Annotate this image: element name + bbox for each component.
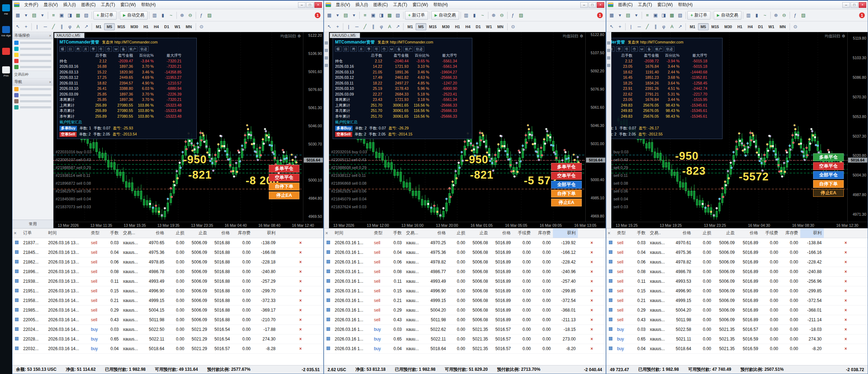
order-row[interactable]: 22028...2026.03.16 14...buy0.65xauus...5… [12,334,323,344]
new-order-button[interactable]: +新订单 [93,11,117,20]
symbol-row[interactable] [14,47,51,51]
order-row[interactable]: 2026.03.16 1...sell0.08xauu...4986.770.0… [324,267,606,276]
new-chart-icon[interactable]: ▦ [608,11,616,19]
trendline-icon[interactable]: ╱ [50,23,57,31]
timeframe-h4[interactable]: H4 [151,23,161,30]
overlay-tab[interactable]: 备 [646,46,652,52]
col-header[interactable]: 止损 [448,229,467,238]
chart-action-button[interactable]: 空单平仓 [813,162,844,170]
price-axis[interactable]: 5119.805103.305086.805070.305053.805037.… [847,32,868,222]
overlay-tab[interactable]: 日 [343,46,349,52]
order-row[interactable]: 2026.03.16 1...buy0.03xauu...5022.620.00… [324,324,606,334]
navigator-icon[interactable]: ◨ [66,11,74,19]
data-window-icon[interactable]: ▣ [369,11,377,19]
gear-icon[interactable]: ⚙ [580,34,583,39]
overlay-tab[interactable]: 巾 [106,46,112,52]
close-order-icon[interactable]: × [844,260,847,265]
vertical-line-icon[interactable]: | [345,23,353,31]
line-chart-icon[interactable]: ~ [167,11,175,19]
timeframe-mn[interactable]: MN [777,23,788,30]
menu-item[interactable]: 帮助(H) [139,1,158,9]
chart-action-button[interactable]: 空单平仓 [551,172,582,180]
menu-item[interactable]: 工具(T) [636,1,654,9]
overlay-tab[interactable]: 周 [350,46,357,52]
timeframe-mn[interactable]: MN [183,23,194,30]
close-icon[interactable]: × [49,80,51,84]
order-row[interactable]: buy0.65xauus...5021.110.005021.355016.59… [606,334,868,344]
close-order-icon[interactable]: × [844,327,847,332]
chart-action-button[interactable]: 自停下单 [269,183,299,190]
order-row[interactable]: 21837...2026.03.16 13...sell0.03xauus...… [12,238,323,247]
order-row[interactable]: sell0.11xauus...4993.530.005006.095016.8… [606,276,868,286]
close-order-icon[interactable]: × [299,288,302,293]
col-header[interactable]: 类型 [372,229,387,238]
line-chart-icon[interactable]: ~ [479,11,487,19]
order-row[interactable]: 21951...2026.03.16 13...sell0.15xauus...… [12,286,323,296]
terminal-panel-icon[interactable]: ▩ [74,11,82,19]
timeframe-m30[interactable]: M30 [128,23,140,30]
overlay-tab[interactable]: M [113,46,119,52]
order-row[interactable]: 22032...2026.03.16 14...buy0.04xauus...5… [12,344,323,353]
close-order-icon[interactable]: × [844,269,847,274]
overlay-tab[interactable]: 月 [358,46,365,52]
overlay-tab[interactable]: 巾 [381,46,387,52]
timeframe-h1[interactable]: H1 [452,23,462,30]
docked-panel-toggle[interactable] [325,49,328,52]
close-order-icon[interactable]: × [844,240,847,245]
timeframe-m15[interactable]: M15 [709,23,721,30]
docked-panel-toggle[interactable] [325,41,328,45]
trendline-icon[interactable]: ╱ [361,23,369,31]
col-header[interactable]: 止损 [166,229,186,238]
symbols-panel-label[interactable]: 交易品种 [12,71,53,78]
close-order-icon[interactable]: × [590,337,593,342]
docked-panel-toggle[interactable] [607,49,610,52]
order-row[interactable]: 2026.03.16 1...buy0.04xauu...5018.640.00… [324,344,606,353]
overlay-tab[interactable]: 周 [75,46,81,52]
col-header[interactable]: 时间 [333,229,372,238]
close-order-icon[interactable]: × [299,260,302,265]
col-header[interactable]: 价格 [670,229,693,238]
dropdown-icon[interactable]: ▾ [632,11,640,19]
overlay-tab[interactable]: 账户 [404,46,413,52]
col-header[interactable]: 库存费 [533,229,553,238]
order-row[interactable]: 2026.03.16 1...sell0.04xauu...4975.360.0… [324,247,606,257]
overlay-tab[interactable]: 年 [624,46,630,52]
market-watch-icon[interactable]: ≡ [50,11,57,19]
timeframe-m5[interactable]: M5 [698,23,708,30]
candlestick-icon[interactable]: ▮ [159,11,167,19]
close-order-icon[interactable]: × [590,346,593,351]
order-row[interactable]: sell0.06xauus...4978.820.005006.095016.8… [606,257,868,267]
docked-panel-toggle[interactable] [607,64,610,67]
order-row[interactable]: 21938...2026.03.16 13...sell0.11xauus...… [12,276,323,286]
maximize-button[interactable]: □ [306,2,314,8]
market-watch-icon[interactable]: ≡ [643,11,651,19]
text-icon[interactable]: A [668,23,676,31]
timeframe-w1[interactable]: W1 [172,23,183,30]
close-order-icon[interactable]: × [590,298,593,303]
notification-badge[interactable]: 1 [315,12,320,18]
close-order-icon[interactable]: × [299,327,302,332]
channel-icon[interactable]: ∥ [58,23,66,31]
timeframe-w1[interactable]: W1 [766,23,777,30]
overlay-tab[interactable]: 蝶 [335,46,341,52]
menu-item[interactable]: 显示(V) [333,1,353,9]
chart-action-button[interactable]: 停止EA [269,191,299,199]
overlay-tab[interactable]: M [639,46,645,52]
menu-item[interactable]: 图表(C) [371,1,390,9]
candlestick-icon[interactable]: ▮ [471,11,478,19]
terminal-close-icon[interactable]: × [14,231,16,236]
col-header[interactable]: 获利 [253,229,278,238]
crosshair-icon[interactable]: + [334,23,341,31]
timeframe-d1[interactable]: D1 [756,23,766,30]
overlay-tab[interactable]: 年 [374,46,380,52]
horizontal-line-icon[interactable]: ─ [41,23,49,31]
new-chart-icon[interactable]: ▦ [14,11,22,19]
menu-item[interactable]: 窗口(W) [118,1,138,9]
period-settings-icon[interactable]: ⊙ [197,23,205,31]
col-header[interactable]: 手续费 [760,229,780,238]
desktop-icon[interactable] [1,48,11,56]
fibonacci-icon[interactable]: φ [660,23,668,31]
order-row[interactable]: sell0.08xauus...4986.780.005006.095016.8… [606,267,868,276]
close-order-icon[interactable]: × [844,298,847,303]
gear-icon[interactable]: ⚙ [842,34,845,39]
